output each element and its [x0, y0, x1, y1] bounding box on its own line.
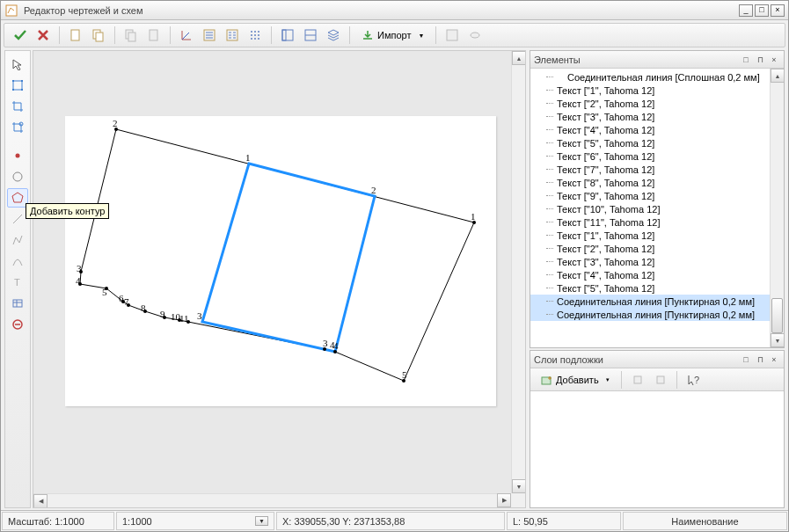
statusbar: Масштаб: 1:1000 1:1000 ▼ X: 339055,30 Y:…: [1, 510, 788, 531]
vertical-scrollbar[interactable]: ▲▼: [511, 51, 525, 493]
crop-tool[interactable]: [7, 97, 28, 116]
copy-doc-button[interactable]: [88, 25, 109, 46]
copy-button[interactable]: [121, 25, 142, 46]
new-doc-button[interactable]: [65, 25, 86, 46]
delete-tool[interactable]: [7, 315, 28, 334]
app-icon: [4, 4, 18, 18]
tree-scrollbar[interactable]: ▲ ▼: [770, 69, 784, 347]
tree-item[interactable]: Текст ["2", Tahoma 12]: [530, 242, 770, 255]
import-label: Импорт: [377, 30, 411, 40]
svg-rect-68: [634, 376, 641, 383]
import-button[interactable]: Импорт ▼: [355, 25, 430, 46]
status-name-field[interactable]: Наименование: [623, 512, 787, 530]
tree-item[interactable]: Текст ["6", Tahoma 12]: [530, 149, 770, 163]
point-tool[interactable]: [7, 146, 28, 165]
svg-text:3: 3: [323, 338, 328, 348]
svg-rect-23: [12, 80, 14, 82]
canvas[interactable]: 2 1 5 4 3 11 10 9 8 7 6 5 4 3: [33, 51, 525, 507]
close-button[interactable]: ×: [771, 4, 785, 17]
tree-item[interactable]: Текст ["5", Tahoma 12]: [530, 136, 770, 149]
panel-pin-button[interactable]: ⊓: [754, 54, 766, 66]
layer-help-button[interactable]: ?: [683, 369, 704, 390]
svg-text:4: 4: [76, 275, 81, 286]
tree-item[interactable]: Текст ["1", Tahoma 12]: [530, 229, 770, 242]
tree-item[interactable]: Текст ["1", Tahoma 12]: [530, 84, 770, 97]
chevron-down-icon: ▼: [418, 33, 424, 39]
tree-item[interactable]: Текст ["3", Tahoma 12]: [530, 110, 770, 123]
tree-item[interactable]: Текст ["5", Tahoma 12]: [530, 281, 770, 295]
svg-rect-0: [6, 5, 17, 16]
circle-tool[interactable]: [7, 167, 28, 186]
crop-rot-tool[interactable]: [7, 118, 28, 137]
panel-max-button[interactable]: □: [740, 353, 752, 366]
curve-tool[interactable]: [7, 251, 28, 271]
extra-b-button[interactable]: [464, 25, 486, 46]
svg-rect-3: [96, 33, 103, 41]
grid-button[interactable]: [245, 25, 266, 46]
tree-item[interactable]: Текст ["4", Tahoma 12]: [530, 123, 770, 136]
horizontal-scrollbar[interactable]: ◀▶: [33, 493, 511, 507]
minimize-button[interactable]: _: [739, 4, 753, 17]
svg-rect-31: [13, 300, 22, 307]
panel-close-button[interactable]: ×: [768, 353, 780, 366]
drawing: 2 1 5 4 3 11 10 9 8 7 6 5 4 3: [33, 51, 525, 507]
status-scale-value: 1:1000: [122, 516, 152, 527]
svg-text:3: 3: [197, 310, 202, 321]
tree-item[interactable]: Текст ["10", Tahoma 12]: [530, 202, 770, 215]
props-button[interactable]: [222, 25, 243, 46]
elements-tree[interactable]: Соединительная линия [Сплошная 0,2 мм]Те…: [530, 69, 770, 347]
add-layer-button[interactable]: Добавить ▾: [534, 369, 616, 390]
canvas-area: 2 1 5 4 3 11 10 9 8 7 6 5 4 3: [33, 50, 526, 508]
layers-button[interactable]: [323, 25, 344, 46]
svg-text:3: 3: [77, 263, 82, 273]
tree-item[interactable]: Текст ["8", Tahoma 12]: [530, 176, 770, 189]
extra-a-button[interactable]: [442, 25, 463, 46]
status-scale-combo[interactable]: 1:1000 ▼: [116, 512, 274, 530]
svg-text:10: 10: [171, 311, 181, 322]
layers-panel-title: Слои подложки: [534, 354, 738, 365]
svg-point-16: [254, 38, 256, 40]
resize-tool[interactable]: [7, 76, 28, 95]
panel-pin-button[interactable]: ⊓: [754, 353, 766, 366]
tree-item[interactable]: Текст ["7", Tahoma 12]: [530, 163, 770, 176]
tree-item[interactable]: Соединительная линия [Пунктирная 0,2 мм]: [530, 295, 770, 308]
tree-item[interactable]: Соединительная линия [Пунктирная 0,2 мм]: [530, 308, 770, 321]
svg-text:1: 1: [471, 211, 476, 222]
layout-a-button[interactable]: [277, 25, 298, 46]
svg-rect-19: [282, 30, 286, 40]
add-layer-label: Добавить: [556, 375, 599, 385]
accept-button[interactable]: [10, 25, 31, 46]
table-tool[interactable]: [7, 294, 28, 313]
tree-item[interactable]: Текст ["9", Tahoma 12]: [530, 189, 770, 202]
svg-rect-8: [227, 30, 237, 40]
tree-item[interactable]: Текст ["2", Tahoma 12]: [530, 97, 770, 110]
window-title: Редактор чертежей и схем: [24, 5, 737, 16]
svg-point-13: [254, 34, 256, 36]
panel-max-button[interactable]: □: [740, 54, 752, 66]
tree-item[interactable]: Текст ["11", Tahoma 12]: [530, 215, 770, 229]
list-button[interactable]: [199, 25, 220, 46]
layer-down-button[interactable]: [650, 369, 671, 390]
tree-item[interactable]: Соединительная линия [Сплошная 0,2 мм]: [530, 70, 770, 84]
svg-point-11: [258, 31, 259, 33]
paste-button[interactable]: [143, 25, 164, 46]
pointer-tool[interactable]: [7, 55, 28, 74]
svg-text:8: 8: [141, 302, 146, 313]
polyline-tool[interactable]: [7, 230, 28, 250]
svg-text:2: 2: [113, 118, 118, 128]
cancel-button[interactable]: [33, 25, 54, 46]
layers-list[interactable]: [530, 391, 784, 507]
layout-b-button[interactable]: [300, 25, 321, 46]
maximize-button[interactable]: □: [755, 4, 769, 17]
axes-button[interactable]: [176, 25, 197, 46]
tree-item[interactable]: Текст ["3", Tahoma 12]: [530, 255, 770, 268]
svg-point-10: [254, 31, 256, 33]
layer-up-button[interactable]: [627, 369, 648, 390]
panel-close-button[interactable]: ×: [768, 54, 780, 66]
svg-point-17: [258, 38, 259, 40]
text-tool[interactable]: T: [7, 273, 28, 292]
svg-rect-69: [657, 376, 664, 383]
polygon-tool[interactable]: Добавить контур: [7, 188, 28, 208]
svg-text:6: 6: [119, 293, 124, 303]
tree-item[interactable]: Текст ["4", Tahoma 12]: [530, 268, 770, 281]
